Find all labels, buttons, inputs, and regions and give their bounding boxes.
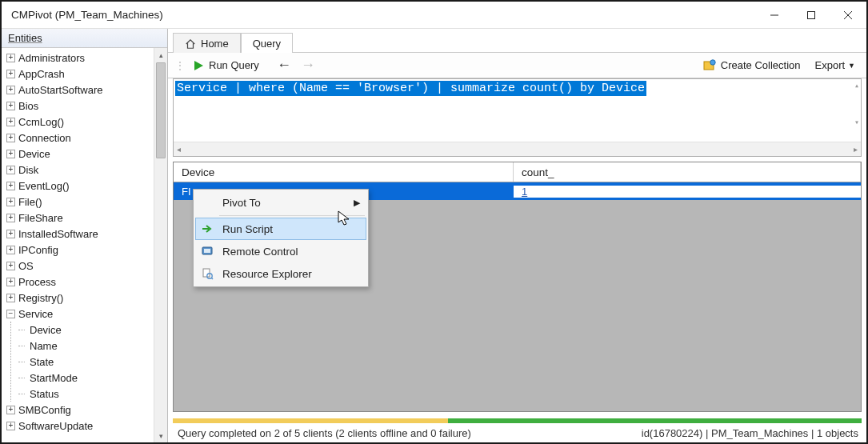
- tree-node[interactable]: +File(): [5, 194, 154, 210]
- tree-node-label: AppCrash: [18, 68, 65, 80]
- cell-count[interactable]: 1: [514, 186, 861, 198]
- tree-node-label: Process: [18, 276, 56, 288]
- expand-icon[interactable]: +: [6, 278, 15, 286]
- tree-node[interactable]: +IPConfig: [5, 242, 154, 258]
- svg-point-6: [710, 59, 715, 64]
- tree-node[interactable]: +Bios: [5, 98, 154, 114]
- expand-icon[interactable]: +: [6, 406, 15, 414]
- tree-node-label: OS: [18, 260, 34, 272]
- scroll-down-icon[interactable]: ▾: [154, 429, 167, 442]
- expand-icon[interactable]: +: [6, 70, 15, 78]
- tree-node-label: File(): [18, 196, 42, 208]
- expand-icon[interactable]: +: [6, 262, 15, 270]
- tree-leaf[interactable]: Status: [17, 386, 154, 402]
- entities-tree[interactable]: +Administrators+AppCrash+AutoStartSoftwa…: [2, 48, 154, 442]
- svg-line-11: [211, 278, 213, 279]
- context-menu-item[interactable]: Remote Control: [195, 240, 366, 262]
- maximize-button[interactable]: [793, 2, 830, 28]
- expand-icon[interactable]: +: [6, 150, 15, 158]
- scroll-down-icon: ▾: [854, 118, 859, 127]
- entities-sidebar: Entities +Administrators+AppCrash+AutoSt…: [2, 29, 168, 442]
- tree-scrollbar[interactable]: ▴ ▾: [154, 48, 167, 442]
- tree-node-label: Service: [18, 308, 53, 320]
- tree-node[interactable]: +EventLog(): [5, 178, 154, 194]
- scroll-thumb[interactable]: [156, 62, 166, 158]
- tree-node[interactable]: +Process: [5, 274, 154, 290]
- tree-node[interactable]: +OS: [5, 258, 154, 274]
- status-right: id(16780224) | PM_Team_Machines | 1 obje…: [642, 427, 858, 439]
- editor-hscroll[interactable]: ◂ ▸: [174, 142, 861, 156]
- tree-node[interactable]: +Administrators: [5, 50, 154, 66]
- editor-vscroll[interactable]: ▴ ▾: [854, 81, 859, 127]
- tree-node[interactable]: +FileShare: [5, 210, 154, 226]
- tree-node-label: Bios: [18, 100, 38, 112]
- tab-home-label: Home: [201, 38, 229, 50]
- expand-icon[interactable]: +: [6, 86, 15, 94]
- chevron-down-icon: ▼: [848, 62, 855, 70]
- menu-item-label: Resource Explorer: [222, 268, 312, 280]
- count-link[interactable]: 1: [522, 186, 527, 198]
- create-collection-button[interactable]: Create Collection: [698, 58, 806, 74]
- tree-leaf[interactable]: Name: [17, 338, 154, 354]
- expand-icon[interactable]: +: [6, 102, 15, 110]
- expand-icon[interactable]: +: [6, 54, 15, 62]
- tree-node[interactable]: +CcmLog(): [5, 114, 154, 130]
- column-header-count[interactable]: count_: [514, 162, 861, 182]
- tree-leaf[interactable]: Device: [17, 322, 154, 338]
- run-query-label: Run Query: [209, 59, 259, 71]
- nav-forward-button[interactable]: →: [298, 57, 318, 74]
- tree-node-label: Device: [30, 324, 62, 336]
- scroll-up-icon[interactable]: ▴: [154, 48, 167, 62]
- tree-node-label: IPConfig: [18, 244, 58, 256]
- tree-node[interactable]: +SoftwareUpdate: [5, 418, 154, 434]
- results-header: Device count_: [174, 162, 861, 182]
- expand-icon[interactable]: +: [6, 134, 15, 142]
- tree-node[interactable]: +Device: [5, 146, 154, 162]
- tree-node-label: State: [30, 356, 54, 368]
- tree-leaf[interactable]: State: [17, 354, 154, 370]
- tab-home[interactable]: Home: [173, 33, 241, 53]
- minimize-button[interactable]: [756, 2, 793, 28]
- tree-leaf[interactable]: StartMode: [17, 370, 154, 386]
- tab-query[interactable]: Query: [241, 33, 293, 53]
- tree-node[interactable]: −Service: [5, 306, 154, 322]
- tabbar: Home Query: [168, 29, 866, 53]
- expand-icon[interactable]: +: [6, 214, 15, 222]
- run-query-button[interactable]: Run Query: [188, 58, 264, 73]
- close-button[interactable]: [830, 2, 866, 28]
- context-menu-item[interactable]: Pivot To▶: [195, 191, 366, 214]
- tree-node-label: Registry(): [18, 292, 63, 304]
- home-icon: [185, 38, 196, 50]
- expand-icon[interactable]: +: [6, 230, 15, 238]
- tree-node[interactable]: +SMBConfig: [5, 402, 154, 418]
- tree-node[interactable]: +AutoStartSoftware: [5, 82, 154, 98]
- tree-node-label: CcmLog(): [18, 116, 64, 128]
- nav-back-button[interactable]: ←: [274, 57, 294, 74]
- expand-icon[interactable]: +: [6, 182, 15, 190]
- tree-node[interactable]: +Registry(): [5, 290, 154, 306]
- menu-item-label: Remote Control: [222, 246, 298, 258]
- expand-icon[interactable]: −: [6, 310, 15, 318]
- scroll-up-icon: ▴: [854, 81, 859, 90]
- query-text[interactable]: Service | where (Name == 'Browser') | su…: [175, 81, 646, 96]
- expand-icon[interactable]: +: [6, 422, 15, 430]
- create-collection-label: Create Collection: [721, 59, 801, 71]
- expand-icon[interactable]: +: [6, 198, 15, 206]
- expand-icon[interactable]: +: [6, 294, 15, 302]
- column-header-device[interactable]: Device: [174, 162, 514, 182]
- context-menu-item[interactable]: Run Script: [195, 218, 366, 240]
- tree-node[interactable]: +AppCrash: [5, 66, 154, 82]
- tree-node[interactable]: +Disk: [5, 162, 154, 178]
- expand-icon[interactable]: +: [6, 246, 15, 254]
- tree-node[interactable]: +InstalledSoftware: [5, 226, 154, 242]
- window-controls: [756, 2, 866, 28]
- expand-icon[interactable]: +: [6, 118, 15, 126]
- tree-node-label: Status: [30, 388, 59, 400]
- expand-icon[interactable]: +: [6, 166, 15, 174]
- context-menu-item[interactable]: Resource Explorer: [195, 262, 366, 285]
- tree-node-label: Name: [30, 340, 58, 352]
- tree-node[interactable]: +Connection: [5, 130, 154, 146]
- scroll-right-icon: ▸: [854, 145, 858, 154]
- export-button[interactable]: Export ▼: [810, 58, 861, 73]
- query-editor[interactable]: Service | where (Name == 'Browser') | su…: [174, 79, 861, 142]
